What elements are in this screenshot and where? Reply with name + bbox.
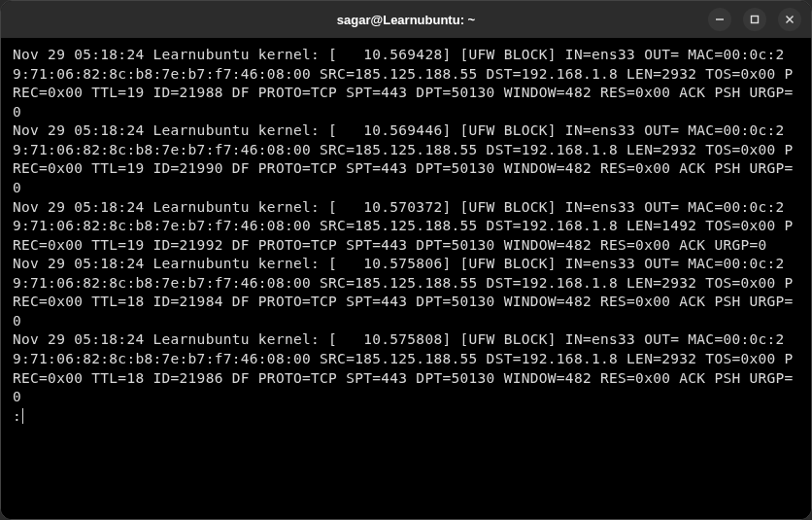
log-line: Nov 29 05:18:24 Learnubuntu kernel: [ 10… [13, 46, 799, 121]
minimize-icon [715, 15, 725, 24]
titlebar: sagar@Learnubuntu: ~ [1, 1, 811, 38]
close-icon [785, 15, 795, 24]
log-line: Nov 29 05:18:24 Learnubuntu kernel: [ 10… [13, 121, 799, 197]
cursor [22, 408, 23, 424]
svg-rect-1 [752, 17, 759, 23]
terminal-body[interactable]: Nov 29 05:18:24 Learnubuntu kernel: [ 10… [1, 38, 811, 519]
log-line: Nov 29 05:18:24 Learnubuntu kernel: [ 10… [13, 330, 799, 406]
terminal-window: sagar@Learnubuntu: ~ Nov 29 05:18:24 Lea… [0, 0, 812, 520]
log-line: Nov 29 05:18:24 Learnubuntu kernel: [ 10… [13, 198, 799, 256]
close-button[interactable] [778, 8, 801, 31]
window-title: sagar@Learnubuntu: ~ [337, 13, 475, 27]
pager-prompt[interactable]: : [13, 407, 799, 427]
window-controls [708, 8, 801, 31]
log-line: Nov 29 05:18:24 Learnubuntu kernel: [ 10… [13, 255, 799, 330]
maximize-icon [750, 15, 760, 24]
pager-prompt-char: : [13, 407, 21, 427]
maximize-button[interactable] [743, 8, 766, 31]
minimize-button[interactable] [708, 8, 731, 31]
